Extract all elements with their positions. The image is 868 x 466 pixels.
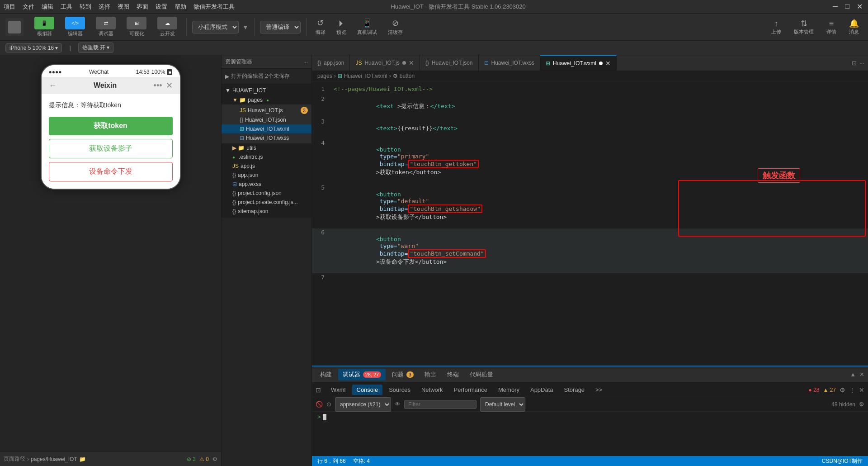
panel-close-icon[interactable]: ✕ [859, 371, 864, 378]
console-clear-icon[interactable]: 🚫 [316, 401, 323, 408]
more-tabs-icon[interactable]: ··· [859, 60, 864, 67]
hotreload-toggle[interactable]: 热重载 开 ▾ [78, 43, 114, 53]
file-item-huawei-iot-js[interactable]: JS Huawei_IOT.js 3 [222, 105, 311, 115]
panel-minimize-icon[interactable]: ▲ [850, 371, 856, 378]
window-title: Huawei_IOT - 微信开发者工具 Stable 1.06.2303020 [391, 3, 526, 11]
tab-huawei-iot-js[interactable]: JS Huawei_IOT.js ✕ [350, 55, 420, 71]
file-panel-options-icon[interactable]: ··· [303, 59, 308, 65]
real-debug-tool[interactable]: 📱 真机调试 [354, 16, 381, 38]
menu-item-wechat-dev[interactable]: 微信开发者工具 [193, 3, 235, 11]
file-item-huawei-iot-wxml[interactable]: ⊞ Huawei_IOT.wxml [222, 124, 311, 133]
close-button[interactable]: ✕ [855, 2, 864, 11]
menu-item-help[interactable]: 帮助 [175, 3, 186, 11]
file-item-huawei-iot-json[interactable]: {} Huawei_IOT.json [222, 115, 311, 124]
appservice-select[interactable]: appservice (#21) [335, 397, 391, 412]
clear-cache-tool[interactable]: ⊘ 清缓存 [384, 16, 406, 38]
menu-item-goto[interactable]: 转到 [80, 3, 91, 11]
console-prompt-line[interactable]: > [317, 414, 863, 420]
tab-problems[interactable]: 问题 3 [387, 369, 418, 380]
upload-icon: ↑ [774, 19, 778, 29]
chevron-project-icon: ▼ [225, 87, 231, 94]
open-editors-title[interactable]: ▶ 打开的编辑器 2个未保存 [222, 71, 311, 82]
breadcrumb-element[interactable]: button [400, 73, 415, 79]
menu-item-interface[interactable]: 界面 [137, 3, 148, 11]
close-phone-icon[interactable]: ✕ [166, 81, 173, 90]
devtools-tab-more[interactable]: >> [591, 385, 607, 395]
translate-select[interactable]: 普通编译 [260, 21, 301, 33]
upload-tool[interactable]: ↑ 上传 [768, 17, 785, 37]
menu-item-tools[interactable]: 工具 [61, 3, 72, 11]
console-settings-icon[interactable]: ⚙ [859, 401, 864, 408]
mode-select[interactable]: 小程序模式 [192, 21, 239, 33]
cloud-tool[interactable]: ☁ 云开发 [154, 15, 181, 39]
version-tool[interactable]: ⇅ 版本管理 [790, 17, 817, 37]
tab-terminal[interactable]: 终端 [443, 369, 463, 380]
code-area[interactable]: 1 <!--pages/Huawei_IOT.wxml--> 2 <text >… [312, 81, 868, 287]
warning-count: ⚠ 0 [199, 456, 209, 462]
get-shadow-btn[interactable]: 获取设备影子 [49, 139, 173, 158]
file-item-sitemap[interactable]: {} sitemap.json [222, 207, 311, 216]
file-item-huawei-iot-wxss[interactable]: ⊟ Huawei_IOT.wxss [222, 133, 311, 143]
devtools-tab-memory[interactable]: Memory [494, 385, 524, 395]
minimize-button[interactable]: ─ [831, 2, 840, 11]
file-item-utils[interactable]: ▶ 📁 utils [222, 143, 311, 152]
tab-debugger[interactable]: 调试器 28, 27 [338, 369, 386, 380]
editor-tool[interactable]: </> 编辑器 [61, 15, 89, 39]
more-icon[interactable]: ••• [154, 81, 162, 90]
devtools-tab-wxml[interactable]: Wxml [326, 385, 350, 395]
debugger-tool[interactable]: ⇄ 调试器 [92, 15, 119, 39]
tab-huawei-iot-wxss[interactable]: ⊟ Huawei_IOT.wxss [479, 55, 540, 71]
menu-item-select[interactable]: 选择 [99, 3, 110, 11]
tab-build[interactable]: 构建 [316, 369, 336, 380]
breadcrumb-file[interactable]: Huawei_IOT.wxml [344, 73, 387, 79]
tab-huawei-iot-json[interactable]: {} Huawei_IOT.json [420, 55, 479, 71]
notification-tool[interactable]: 🔔 消息 [845, 17, 863, 37]
menu-item-settings[interactable]: 设置 [156, 3, 167, 11]
file-item-eslintrc[interactable]: ● .eslintrc.js [222, 152, 311, 162]
devtools-close-icon[interactable]: ✕ [859, 386, 864, 394]
devtools-tab-sources[interactable]: Sources [384, 385, 415, 395]
devtools-tab-network[interactable]: Network [417, 385, 448, 395]
devtools-tab-storage[interactable]: Storage [560, 385, 590, 395]
file-item-appjson[interactable]: {} app.json [222, 171, 311, 180]
eye-icon[interactable]: 👁 [395, 401, 401, 408]
log-level-select[interactable]: Default levels [480, 397, 525, 412]
settings-icon[interactable]: ⚙ [212, 456, 217, 462]
menu-item-file[interactable]: 文件 [23, 3, 34, 11]
console-filter-input[interactable] [404, 400, 476, 409]
file-item-appwxss[interactable]: ⊟ app.wxss [222, 180, 311, 189]
breadcrumb-pages[interactable]: pages [317, 73, 332, 79]
split-editor-icon[interactable]: ⊡ [852, 60, 857, 67]
menu-item-project[interactable]: 项目 [4, 3, 15, 11]
tab-output[interactable]: 输出 [420, 369, 441, 380]
file-item-project-private[interactable]: {} project.private.config.js... [222, 198, 311, 207]
simulator-tool[interactable]: 📱 模拟器 [31, 15, 58, 39]
tab-code-quality[interactable]: 代码质量 [465, 369, 498, 380]
devtools-tab-performance[interactable]: Performance [449, 385, 492, 395]
close-tab-js[interactable]: ✕ [409, 59, 414, 67]
project-title[interactable]: ▼ HUAWEI_IOT [222, 86, 311, 95]
devtools-tab-appdata[interactable]: AppData [526, 385, 558, 395]
set-command-btn[interactable]: 设备命令下发 [49, 162, 173, 181]
console-filter-icon[interactable]: ⊙ [326, 401, 331, 408]
menu-item-edit[interactable]: 编辑 [42, 3, 53, 11]
device-selector[interactable]: iPhone 5 100% 16 ▾ [5, 43, 62, 52]
get-token-btn[interactable]: 获取token [49, 117, 173, 135]
tab-huawei-iot-wxml[interactable]: ⊞ Huawei_IOT.wxml ✕ [540, 55, 617, 71]
devtools-tab-console[interactable]: Console [352, 385, 383, 395]
close-tab-wxml[interactable]: ✕ [605, 60, 611, 67]
devtools-menu-icon[interactable]: ⋮ [849, 386, 855, 394]
back-icon[interactable]: ← [49, 81, 57, 90]
maximize-button[interactable]: □ [843, 2, 851, 11]
compile-tool[interactable]: ↺ 编译 [312, 16, 329, 38]
preview-tool[interactable]: ⏵ 预览 [333, 17, 350, 38]
toggle-layout-icon[interactable]: ⊡ [316, 386, 321, 394]
devtools-settings-icon[interactable]: ⚙ [840, 386, 845, 394]
visualize-tool[interactable]: ⊞ 可视化 [123, 15, 150, 39]
file-item-pages[interactable]: ▼ 📁 pages ● [222, 95, 311, 105]
tab-app-json[interactable]: {} app.json [312, 55, 350, 71]
menu-item-view[interactable]: 视图 [118, 3, 129, 11]
detail-tool[interactable]: ≡ 详情 [823, 17, 840, 37]
file-item-project-config[interactable]: {} project.config.json [222, 189, 311, 198]
file-item-appjs[interactable]: JS app.js [222, 162, 311, 171]
